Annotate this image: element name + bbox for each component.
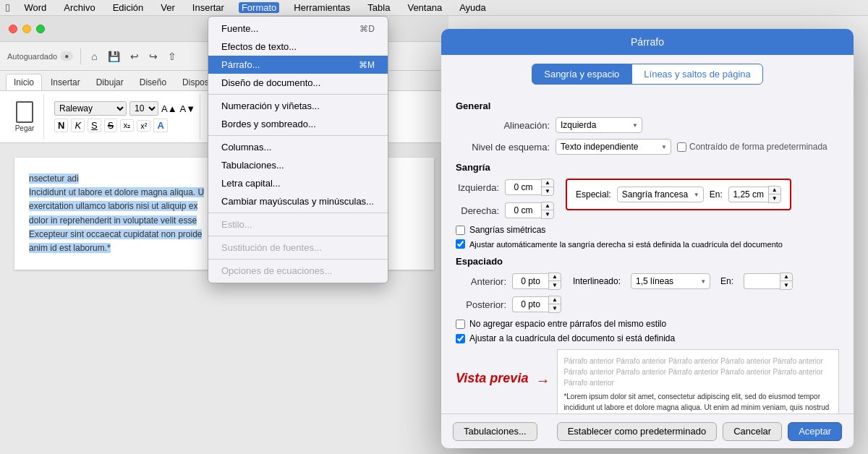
especial-en-stepper-btns: ▲ ▼ (768, 186, 781, 203)
simetricas-checkbox[interactable] (456, 226, 465, 235)
menu-opciones-ecuaciones: Opciones de ecuaciones... (208, 262, 388, 280)
menubar-formato[interactable]: Formato (239, 2, 279, 13)
undo-icon[interactable]: ↩ (127, 49, 142, 64)
autosave-label: Autoguardado (7, 52, 57, 61)
contraido-checkbox[interactable] (677, 142, 686, 152)
no-agregar-label: No agregar espacio entre párrafos del mi… (469, 319, 666, 329)
menu-letra-capital[interactable]: Letra capital... (208, 174, 388, 192)
font-size-select[interactable]: 10,5 (129, 101, 158, 116)
menu-efectos-texto[interactable]: Efectos de texto... (208, 38, 388, 56)
interlineado-en-input[interactable] (744, 273, 780, 289)
derecha-up-btn[interactable]: ▲ (542, 202, 553, 210)
posterior-down-btn[interactable]: ▼ (549, 304, 561, 312)
bold-button[interactable]: N (54, 119, 68, 132)
vista-previa-arrow-icon (535, 349, 550, 389)
section-general-title: General (456, 100, 839, 111)
ajustar-sangria-checkbox[interactable] (456, 239, 465, 249)
interlineado-en-down-btn[interactable]: ▼ (780, 281, 792, 289)
derecha-input[interactable] (505, 202, 541, 218)
posterior-up-btn[interactable]: ▲ (549, 296, 561, 304)
anterior-down-btn[interactable]: ▼ (549, 281, 561, 289)
menu-bordes[interactable]: Bordes y sombreado... (208, 115, 388, 133)
share-icon[interactable]: ⇧ (165, 49, 179, 64)
tab-diseno[interactable]: Diseño (132, 74, 174, 90)
aceptar-button[interactable]: Aceptar (788, 422, 842, 441)
derecha-down-btn[interactable]: ▼ (542, 210, 553, 218)
no-agregar-checkbox[interactable] (456, 320, 465, 329)
italic-button[interactable]: K (71, 119, 85, 132)
home-icon[interactable]: ⌂ (88, 49, 100, 64)
paste-button[interactable]: Pegar (10, 97, 39, 137)
menubar-ver[interactable]: Ver (158, 2, 178, 13)
font-color-button[interactable]: A (153, 119, 167, 132)
especial-en-up-btn[interactable]: ▲ (769, 187, 780, 194)
superscript-button[interactable]: x² (137, 120, 150, 132)
menubar-ventana[interactable]: Ventana (404, 2, 445, 13)
ajustar-cuadricula-checkbox[interactable] (456, 334, 465, 343)
cancelar-button[interactable]: Cancelar (723, 422, 782, 441)
especial-select[interactable]: Sangría francesa (617, 187, 704, 202)
izquierda-down-btn[interactable]: ▼ (542, 187, 553, 195)
tab-insertar[interactable]: Insertar (43, 74, 88, 90)
menubar-archivo[interactable]: Archivo (61, 2, 98, 13)
menu-diseno-doc[interactable]: Diseño de documento... (208, 74, 388, 92)
izquierda-up-btn[interactable]: ▲ (542, 179, 553, 187)
especial-en-input[interactable] (728, 187, 768, 202)
izquierda-input[interactable] (505, 179, 541, 195)
derecha-stepper-btns: ▲ ▼ (541, 202, 554, 219)
redo-icon[interactable]: ↪ (146, 49, 161, 64)
close-button[interactable] (9, 25, 17, 33)
minimize-button[interactable] (22, 25, 31, 33)
menu-fuente[interactable]: Fuente... ⌘D (208, 20, 388, 38)
menu-numeracion[interactable]: Numeración y viñetas... (208, 97, 388, 115)
tab-sangria-espacio[interactable]: Sangría y espacio (532, 64, 631, 85)
font-name-select[interactable]: Raleway (54, 101, 127, 116)
underline-button[interactable]: S (88, 119, 101, 132)
strikethrough-button[interactable]: S̶ (104, 119, 117, 132)
decrease-font-icon[interactable]: A▼ (180, 103, 196, 114)
fullscreen-button[interactable] (36, 25, 45, 33)
menubar-herramientas[interactable]: Herramientas (291, 2, 353, 13)
menubar-insertar[interactable]: Insertar (190, 2, 227, 13)
menu-sep-1 (208, 94, 388, 95)
menu-cambiar-mayusculas[interactable]: Cambiar mayúsculas y minúsculas... (208, 192, 388, 210)
menu-sustitucion: Sustitución de fuentes... (208, 239, 388, 257)
menubar-edicion[interactable]: Edición (110, 2, 147, 13)
dialog-body: General Alineación: Izquierda Nivel de e… (441, 85, 854, 439)
menubar-word[interactable]: Word (21, 2, 49, 13)
alineacion-select[interactable]: Izquierda (556, 117, 642, 133)
nivel-label: Nivel de esquema: (456, 142, 550, 153)
nivel-select[interactable]: Texto independiente (556, 139, 671, 155)
especial-en-down-btn[interactable]: ▼ (769, 194, 780, 202)
menubar-tabla[interactable]: Tabla (365, 2, 393, 13)
interlineado-select[interactable]: 1,5 líneas (631, 273, 710, 289)
anterior-stepper-btns: ▲ ▼ (548, 273, 561, 290)
derecha-label: Derecha: (456, 205, 499, 216)
no-agregar-row: No agregar espacio entre párrafos del mi… (456, 319, 839, 329)
interlineado-en-up-btn[interactable]: ▲ (780, 273, 792, 281)
menu-parrafo[interactable]: Párrafo... ⌘M (208, 56, 388, 74)
dialog-title: Párrafo (631, 36, 664, 48)
menu-tabulaciones[interactable]: Tabulaciones... (208, 156, 388, 174)
subscript-button[interactable]: x₂ (120, 119, 135, 132)
posterior-input[interactable] (512, 296, 548, 312)
tab-lineas-saltos[interactable]: Líneas y saltos de página (631, 64, 762, 85)
save-icon[interactable]: 💾 (105, 49, 123, 64)
autosave-area: Autoguardado ● (7, 51, 73, 61)
footer-right-buttons: Establecer como predeterminado Cancelar … (557, 422, 842, 441)
autosave-toggle[interactable]: ● (60, 51, 73, 61)
posterior-stepper: ▲ ▼ (512, 296, 561, 313)
anterior-input[interactable] (512, 273, 548, 289)
tab-dibujar[interactable]: Dibujar (89, 74, 131, 90)
increase-font-icon[interactable]: A▲ (161, 103, 177, 114)
tab-inicio[interactable]: Inicio (6, 74, 42, 90)
menubar-ayuda[interactable]: Ayuda (456, 2, 489, 13)
izquierda-label: Izquierda: (456, 182, 499, 193)
nivel-select-wrapper: Texto independiente (556, 139, 671, 155)
predeterminado-button[interactable]: Establecer como predeterminado (557, 422, 718, 441)
dialog-tabs: Sangría y espacio Líneas y saltos de pág… (441, 55, 854, 85)
anterior-up-btn[interactable]: ▲ (549, 273, 561, 281)
vista-previa-label: Vista previa (456, 349, 528, 386)
menu-columnas[interactable]: Columnas... (208, 138, 388, 156)
tabulaciones-button[interactable]: Tabulaciones... (453, 422, 537, 441)
